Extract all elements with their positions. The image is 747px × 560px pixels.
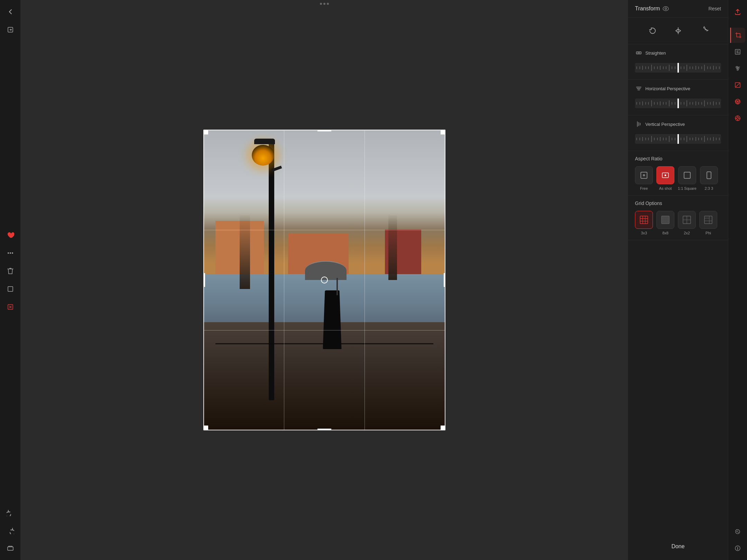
trash-icon[interactable] bbox=[3, 263, 18, 279]
upload-icon[interactable] bbox=[730, 4, 745, 19]
undo-icon[interactable] bbox=[3, 505, 18, 520]
dot-2 bbox=[323, 3, 325, 5]
svg-rect-15 bbox=[707, 172, 711, 179]
straighten-thumb[interactable] bbox=[677, 63, 679, 73]
svg-point-7 bbox=[663, 7, 668, 11]
top-dots bbox=[320, 3, 329, 5]
aspect-as-shot-icon-box bbox=[656, 166, 674, 184]
svg-point-13 bbox=[665, 175, 666, 176]
hsl-icon[interactable] bbox=[730, 94, 745, 109]
crop-tool-icon[interactable] bbox=[730, 28, 745, 43]
adjustments-icon[interactable] bbox=[730, 44, 745, 59]
aspect-ratio-section: Aspect Ratio Free bbox=[628, 151, 728, 196]
horizontal-perspective-section: Horizontal Perspective bbox=[628, 80, 728, 115]
vertical-perspective-slider[interactable] bbox=[635, 132, 721, 146]
aspect-ratio-title: Aspect Ratio bbox=[635, 156, 721, 161]
aspect-option-free[interactable]: Free bbox=[635, 166, 653, 190]
aspect-as-shot-label: As shot bbox=[659, 186, 672, 190]
aspect-2-3-icon bbox=[704, 170, 714, 180]
grid-option-8x8[interactable]: 8x8 bbox=[656, 211, 674, 235]
filter-x-icon[interactable] bbox=[3, 299, 18, 315]
rotate-right-button[interactable] bbox=[696, 23, 711, 38]
aspect-square-icon bbox=[682, 170, 692, 180]
aspect-square-label: 1:1 Square bbox=[678, 186, 697, 190]
rotate-right-icon bbox=[699, 26, 708, 35]
straighten-label: Straighten bbox=[635, 49, 721, 57]
svg-point-30 bbox=[737, 117, 739, 119]
straighten-slider[interactable] bbox=[635, 61, 721, 75]
straighten-track-bg bbox=[635, 63, 721, 73]
vertical-perspective-section: Vertical Perspective bbox=[628, 115, 728, 151]
aspect-option-square[interactable]: 1:1 Square bbox=[678, 166, 697, 190]
svg-point-11 bbox=[643, 175, 645, 176]
horizontal-perspective-slider[interactable] bbox=[635, 96, 721, 110]
svg-point-1 bbox=[8, 252, 9, 254]
grid-3x3-icon-box bbox=[635, 211, 653, 229]
grid-3x3-icon bbox=[639, 215, 649, 225]
filters-icon[interactable] bbox=[730, 61, 745, 76]
h-perspective-thumb[interactable] bbox=[677, 99, 679, 108]
svg-rect-16 bbox=[640, 216, 648, 224]
straighten-section: Straighten bbox=[628, 44, 728, 80]
flip-icon bbox=[674, 26, 683, 35]
rotate-left-button[interactable] bbox=[645, 23, 660, 38]
h-perspective-track-bg bbox=[635, 99, 721, 108]
straighten-icon bbox=[635, 49, 643, 57]
canvas-container bbox=[21, 0, 628, 560]
svg-point-23 bbox=[737, 69, 738, 71]
v-perspective-track-bg bbox=[635, 134, 721, 144]
grid-2x2-icon-box bbox=[678, 211, 696, 229]
horizontal-perspective-icon bbox=[635, 85, 643, 92]
history-icon[interactable] bbox=[730, 524, 745, 539]
aspect-option-as-shot[interactable]: As shot bbox=[656, 166, 674, 190]
rotate-left-icon bbox=[648, 26, 657, 35]
grid-option-2x2[interactable]: 2x2 bbox=[678, 211, 696, 235]
flip-horizontal-button[interactable] bbox=[671, 23, 686, 38]
back-icon[interactable] bbox=[3, 4, 18, 19]
panel-header: Transform Reset bbox=[628, 0, 728, 18]
aspect-free-icon bbox=[639, 170, 649, 180]
grid-options-title: Grid Options bbox=[635, 200, 721, 206]
login-icon[interactable] bbox=[3, 22, 18, 37]
svg-rect-10 bbox=[641, 172, 647, 178]
svg-rect-6 bbox=[8, 547, 13, 550]
aspect-free-label: Free bbox=[640, 186, 648, 190]
svg-point-8 bbox=[665, 8, 667, 10]
aspect-option-2-3[interactable]: 2:3 3 bbox=[700, 166, 718, 190]
horizontal-perspective-label: Horizontal Perspective bbox=[635, 85, 721, 92]
crop-rect-icon[interactable] bbox=[3, 281, 18, 297]
eye-icon bbox=[663, 6, 669, 12]
aspect-ratio-options: Free As shot 1:1 Square bbox=[635, 166, 721, 190]
vertical-perspective-text: Vertical Perspective bbox=[645, 122, 685, 127]
heart-icon[interactable] bbox=[3, 227, 18, 243]
aspect-square-icon-box bbox=[678, 166, 696, 184]
info-icon[interactable] bbox=[730, 541, 745, 556]
photo-crop-area[interactable] bbox=[203, 130, 445, 430]
more-icon[interactable] bbox=[3, 245, 18, 261]
redo-icon[interactable] bbox=[3, 523, 18, 538]
horizontal-perspective-text: Horizontal Perspective bbox=[645, 86, 690, 91]
svg-rect-4 bbox=[8, 287, 13, 291]
svg-point-22 bbox=[738, 68, 739, 69]
grid-options-section: Grid Options 3x3 bbox=[628, 196, 728, 240]
grid-8x8-icon bbox=[661, 215, 670, 225]
straighten-text: Straighten bbox=[645, 50, 666, 56]
curves-icon[interactable] bbox=[730, 77, 745, 93]
v-perspective-thumb[interactable] bbox=[677, 134, 679, 144]
right-transform-panel: Transform Reset bbox=[628, 0, 728, 560]
grid-option-phi[interactable]: Phi bbox=[699, 211, 717, 235]
svg-point-3 bbox=[12, 252, 13, 254]
vertical-perspective-label: Vertical Perspective bbox=[635, 120, 721, 128]
detail-icon[interactable] bbox=[730, 111, 745, 126]
grid-phi-icon bbox=[703, 215, 713, 225]
done-button[interactable]: Done bbox=[661, 540, 695, 553]
grid-8x8-label: 8x8 bbox=[662, 231, 668, 235]
grid-8x8-icon-box bbox=[656, 211, 674, 229]
aspect-free-icon-box bbox=[635, 166, 653, 184]
svg-rect-19 bbox=[704, 216, 712, 224]
reset-button[interactable]: Reset bbox=[708, 6, 721, 11]
layers-icon[interactable] bbox=[3, 541, 18, 556]
svg-point-28 bbox=[737, 102, 739, 104]
grid-option-3x3[interactable]: 3x3 bbox=[635, 211, 653, 235]
far-right-panel bbox=[728, 0, 747, 560]
